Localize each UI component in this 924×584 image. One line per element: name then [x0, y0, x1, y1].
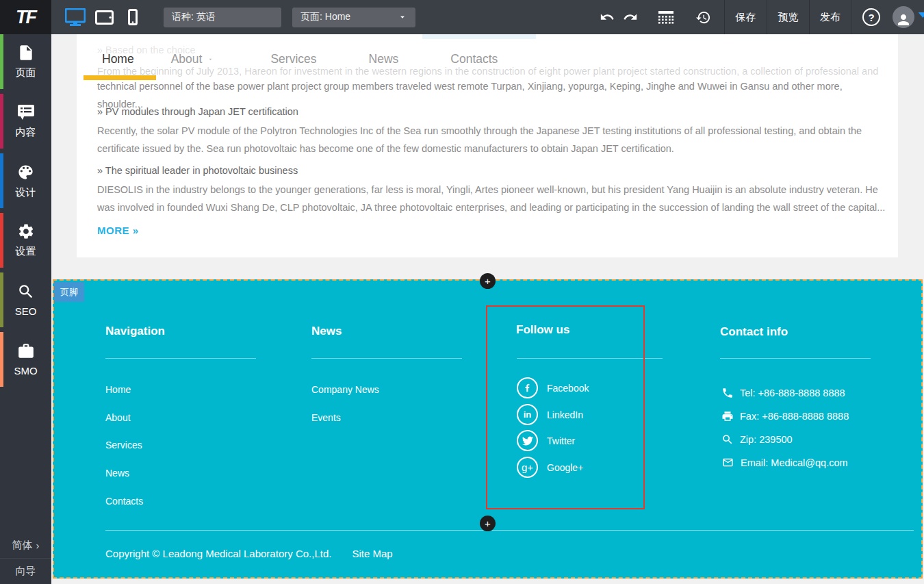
nav-item-contacts[interactable]: Contacts: [432, 49, 516, 68]
sidebar-item-label: SEO: [15, 305, 37, 317]
site-footer-section[interactable]: 页脚 + Navigation Home About Services News…: [53, 279, 923, 579]
device-desktop-button[interactable]: [64, 0, 87, 34]
more-link[interactable]: MORE »: [97, 225, 139, 236]
add-block-button-bottom[interactable]: +: [480, 516, 496, 531]
page-select-value: 页面: Home: [300, 11, 350, 23]
app-toolbar: TF: [0, 0, 924, 34]
nav-item-about[interactable]: About: [153, 49, 233, 68]
facebook-icon: [517, 377, 538, 398]
seo-color-strip: [0, 272, 3, 327]
contact-row-zip: Zip: 239500: [721, 433, 793, 446]
footer-col-title: Contact info: [720, 325, 788, 339]
redo-arrow-icon: [623, 10, 638, 25]
history-button[interactable]: [691, 0, 715, 34]
page-select[interactable]: 页面: Home: [292, 8, 415, 27]
person-icon: [895, 12, 912, 28]
contact-text: Zip: 239500: [740, 434, 793, 445]
footer-link-home[interactable]: Home: [105, 384, 131, 395]
wizard-label: 向导: [16, 565, 36, 578]
footer-col-title: News: [311, 325, 342, 338]
document-icon: [17, 44, 35, 62]
sidebar-item-label: 内容: [16, 126, 36, 139]
smo-color-strip: [0, 332, 3, 387]
screen-list-icon: [16, 103, 36, 121]
envelope-icon: [721, 457, 734, 468]
copyright-text: Copyright © Leadong Medical Laboratory C…: [105, 548, 331, 559]
sidebar-item-seo[interactable]: SEO: [0, 272, 51, 327]
footer-divider: [517, 358, 663, 359]
news-item-title[interactable]: » PV modules through Japan JET certifica…: [97, 106, 298, 117]
footer-link-events[interactable]: Events: [311, 412, 341, 423]
chevron-down-icon: [207, 56, 214, 62]
save-button[interactable]: 保存: [724, 0, 767, 34]
nav-item-label: About: [171, 52, 203, 66]
footer-bottom-divider: [105, 530, 914, 531]
language-switch-label: 简体: [12, 539, 33, 552]
history-clock-icon: [695, 10, 711, 25]
help-button[interactable]: ?: [862, 8, 880, 26]
social-link-googleplus[interactable]: g+ Google+: [517, 457, 583, 478]
footer-link-company-news[interactable]: Company News: [311, 384, 379, 395]
magnifier-icon: [721, 433, 734, 446]
device-mobile-button[interactable]: [121, 0, 144, 34]
add-block-button-top[interactable]: +: [480, 273, 496, 289]
sidebar-item-label: SMO: [14, 365, 37, 377]
chevron-right-icon: ›: [36, 539, 40, 551]
nav-item-services[interactable]: Services: [252, 49, 335, 68]
nav-item-home[interactable]: Home: [84, 49, 153, 68]
footer-divider: [720, 358, 871, 359]
sidebar-item-label: 页面: [16, 66, 36, 79]
tablet-icon: [95, 10, 114, 25]
device-switcher: [64, 0, 144, 34]
user-avatar[interactable]: [893, 6, 914, 28]
contact-text: Tel: +86-888-8888 8888: [740, 388, 845, 398]
sidebar-item-label: 设置: [16, 245, 36, 258]
news-item-title[interactable]: » The spiritual leader in photovoltaic b…: [97, 165, 298, 176]
grid-table-icon: [658, 10, 674, 24]
preview-button[interactable]: 预览: [767, 0, 809, 34]
editor-canvas: » Based on the choice From the beginning…: [51, 34, 924, 584]
language-switch[interactable]: 简体 ›: [0, 532, 51, 558]
device-tablet-button[interactable]: [92, 0, 116, 34]
sidebar-item-design[interactable]: 设计: [0, 153, 51, 208]
footer-col-title: Navigation: [105, 325, 165, 338]
sidebar-item-content[interactable]: 内容: [0, 94, 51, 149]
sidebar-item-smo[interactable]: SMO: [0, 332, 51, 387]
search-icon: [17, 283, 35, 301]
social-link-linkedin[interactable]: in LinkedIn: [517, 404, 583, 425]
footer-col-title: Follow us: [516, 323, 569, 337]
grid-button[interactable]: [654, 0, 678, 34]
social-link-twitter[interactable]: Twitter: [517, 430, 575, 451]
editor-sidebar: 页面 内容 设计 设置 SEO: [0, 34, 51, 584]
footer-link-news[interactable]: News: [105, 468, 129, 479]
design-color-strip: [0, 153, 3, 208]
sitemap-link[interactable]: Site Map: [352, 548, 392, 559]
sidebar-bottom: 简体 › 向导: [0, 532, 51, 584]
footer-link-contacts[interactable]: Contacts: [105, 496, 143, 507]
nav-item-news[interactable]: News: [350, 49, 418, 68]
redo-button[interactable]: [619, 0, 642, 34]
printer-icon: [721, 410, 734, 422]
sidebar-item-settings[interactable]: 设置: [0, 213, 51, 268]
undo-button[interactable]: [595, 0, 619, 34]
footer-link-about[interactable]: About: [105, 412, 131, 423]
wizard-button[interactable]: 向导: [0, 558, 51, 584]
footer-col-contact: Contact info: [720, 325, 788, 339]
sidebar-item-pages[interactable]: 页面: [0, 34, 51, 89]
footer-divider: [105, 358, 256, 359]
plus-icon: +: [485, 275, 491, 287]
undo-arrow-icon: [600, 10, 615, 25]
nav-item-label: Home: [102, 52, 134, 66]
social-link-facebook[interactable]: Facebook: [517, 377, 589, 398]
publish-button[interactable]: 发布: [809, 0, 851, 34]
contact-row-fax: Fax: +86-888-8888 8888: [721, 410, 849, 422]
gear-icon: [17, 223, 35, 240]
footer-link-services[interactable]: Services: [105, 440, 142, 450]
nav-item-label: News: [369, 52, 399, 66]
news-item-body: DIESOLIS in the industry belongs to the …: [97, 181, 886, 216]
content-color-strip: [0, 94, 3, 149]
nav-item-label: Contacts: [450, 52, 498, 66]
phone-icon: [721, 387, 734, 399]
footer-label-badge[interactable]: 页脚: [54, 282, 84, 302]
language-select[interactable]: 语种: 英语: [164, 8, 281, 27]
